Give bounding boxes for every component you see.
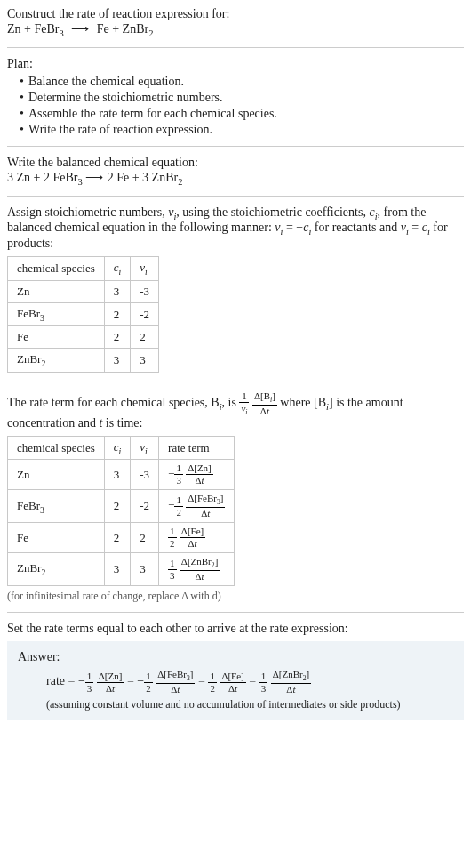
answer-equation: rate = −13 Δ[Zn]Δt = −12 Δ[FeBr3]Δt = 12…: [46, 670, 453, 695]
cell-v: 2: [131, 326, 159, 349]
divider: [7, 196, 464, 197]
cell-v: -3: [131, 460, 159, 490]
table-row: Zn 3 -3: [8, 280, 159, 302]
infinitesimal-note: (for infinitesimal rate of change, repla…: [7, 590, 464, 603]
plan-item: Assemble the rate term for each chemical…: [20, 107, 464, 121]
cell-v: -2: [131, 490, 159, 523]
divider: [7, 382, 464, 382]
cell-v: -2: [131, 302, 159, 326]
divider: [7, 146, 464, 147]
col-rate: rate term: [159, 436, 235, 460]
table-row: ZnBr2 3 3 13 Δ[ZnBr2]Δt: [8, 553, 235, 586]
divider: [7, 47, 464, 48]
col-c: ci: [104, 436, 131, 460]
plan-item: Determine the stoichiometric numbers.: [20, 91, 464, 105]
intro: Construct the rate of reaction expressio…: [7, 7, 464, 38]
cell-rate: −12 Δ[FeBr3]Δt: [159, 490, 235, 523]
cell-v: -3: [131, 280, 159, 302]
rate-table: chemical species ci νi rate term Zn 3 -3…: [7, 436, 235, 586]
col-species: chemical species: [8, 436, 105, 460]
answer-assumption: (assuming constant volume and no accumul…: [46, 698, 453, 711]
cell-v: 3: [131, 553, 159, 586]
intro-equation: Zn + FeBr3 ⟶ Fe + ZnBr2: [7, 21, 464, 38]
plan-heading: Plan:: [7, 57, 464, 71]
cell-c: 3: [104, 349, 131, 373]
table-row: Fe 2 2 12 Δ[Fe]Δt: [8, 523, 235, 553]
cell-c: 2: [104, 490, 131, 523]
intro-eq-lhs: Zn + FeBr3: [7, 22, 64, 36]
cell-species: ZnBr2: [8, 553, 105, 586]
rate-def-expr: 1νi Δ[Bi]Δt: [239, 396, 280, 409]
cell-rate: −13 Δ[Zn]Δt: [159, 460, 235, 490]
final-heading: Set the rate terms equal to each other t…: [7, 622, 464, 636]
col-species: chemical species: [8, 257, 105, 281]
cell-rate: 12 Δ[Fe]Δt: [159, 523, 235, 553]
cell-v: 3: [131, 349, 159, 373]
final-section: Set the rate terms equal to each other t…: [7, 622, 464, 720]
cell-species: FeBr3: [8, 490, 105, 523]
cell-species: Zn: [8, 460, 105, 490]
plan-item: Write the rate of reaction expression.: [20, 123, 464, 137]
stoich-section: Assign stoichiometric numbers, νi, using…: [7, 205, 464, 373]
rate-section: The rate term for each chemical species,…: [7, 391, 464, 603]
intro-eq-rhs: Fe + ZnBr2: [97, 22, 154, 36]
cell-species: Zn: [8, 280, 105, 302]
cell-c: 2: [104, 326, 131, 349]
table-row: Zn 3 -3 −13 Δ[Zn]Δt: [8, 460, 235, 490]
cell-c: 3: [104, 280, 131, 302]
cell-c: 2: [104, 523, 131, 553]
arrow-icon: ⟶: [85, 171, 104, 184]
balanced-heading: Write the balanced chemical equation:: [7, 156, 464, 170]
cell-c: 3: [104, 460, 131, 490]
table-row: FeBr3 2 -2: [8, 302, 159, 326]
answer-box: Answer: rate = −13 Δ[Zn]Δt = −12 Δ[FeBr3…: [7, 641, 464, 720]
stoich-table: chemical species ci νi Zn 3 -3 FeBr3 2 -…: [7, 256, 159, 373]
col-c: ci: [104, 257, 131, 281]
cell-species: Fe: [8, 326, 105, 349]
balanced-section: Write the balanced chemical equation: 3 …: [7, 156, 464, 187]
intro-prompt: Construct the rate of reaction expressio…: [7, 7, 464, 21]
cell-c: 3: [104, 553, 131, 586]
col-v: νi: [131, 257, 159, 281]
divider: [7, 612, 464, 613]
cell-species: ZnBr2: [8, 349, 105, 373]
col-v: νi: [131, 436, 159, 460]
table-header-row: chemical species ci νi rate term: [8, 436, 235, 460]
plan: Plan: Balance the chemical equation. Det…: [7, 57, 464, 137]
cell-species: Fe: [8, 523, 105, 553]
plan-list: Balance the chemical equation. Determine…: [7, 75, 464, 137]
arrow-icon: ⟶: [67, 22, 93, 36]
answer-label: Answer:: [18, 650, 453, 664]
stoich-intro: Assign stoichiometric numbers, νi, using…: [7, 205, 464, 252]
cell-rate: 13 Δ[ZnBr2]Δt: [159, 553, 235, 586]
table-row: Fe 2 2: [8, 326, 159, 349]
cell-c: 2: [104, 302, 131, 326]
plan-item: Balance the chemical equation.: [20, 75, 464, 89]
rate-intro: The rate term for each chemical species,…: [7, 391, 464, 430]
table-row: FeBr3 2 -2 −12 Δ[FeBr3]Δt: [8, 490, 235, 523]
cell-v: 2: [131, 523, 159, 553]
balanced-equation: 3 Zn + 2 FeBr3 ⟶ 2 Fe + 3 ZnBr2: [7, 170, 464, 187]
table-header-row: chemical species ci νi: [8, 257, 159, 281]
table-row: ZnBr2 3 3: [8, 349, 159, 373]
cell-species: FeBr3: [8, 302, 105, 326]
